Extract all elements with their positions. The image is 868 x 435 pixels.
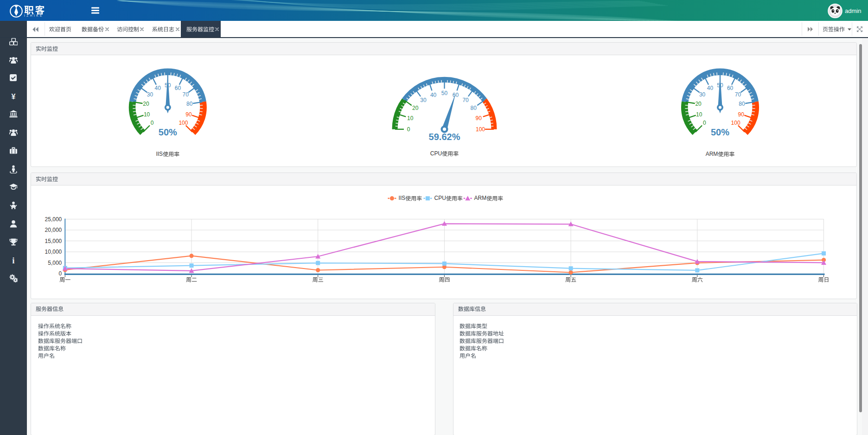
svg-text:60: 60	[175, 85, 181, 91]
svg-text:0: 0	[59, 270, 62, 277]
svg-text:100: 100	[179, 120, 188, 127]
svg-text:ARM: ARM	[706, 151, 718, 157]
svg-text:0: 0	[703, 120, 706, 127]
svg-text:30: 30	[699, 91, 706, 98]
svg-text:90: 90	[738, 111, 745, 118]
svg-text:25,000: 25,000	[45, 216, 62, 223]
svg-text:20,000: 20,000	[45, 227, 62, 233]
svg-text:20: 20	[412, 105, 419, 111]
svg-text:40: 40	[430, 92, 437, 98]
svg-text:10: 10	[696, 111, 702, 118]
svg-text:50: 50	[441, 90, 448, 97]
svg-text:70: 70	[462, 97, 469, 103]
svg-text:IIS: IIS	[399, 195, 406, 201]
svg-text:60: 60	[453, 92, 459, 98]
svg-text:70: 70	[183, 91, 189, 98]
svg-text:ARM: ARM	[474, 195, 487, 201]
svg-text:40: 40	[707, 85, 714, 91]
svg-text:50%: 50%	[159, 127, 177, 137]
svg-text:IIS: IIS	[156, 151, 163, 157]
svg-text:10: 10	[144, 111, 150, 118]
svg-text:60: 60	[727, 85, 734, 91]
svg-text:30: 30	[420, 97, 427, 103]
svg-text:10: 10	[407, 115, 414, 122]
svg-text:0: 0	[151, 120, 154, 127]
svg-text:0: 0	[407, 126, 410, 133]
svg-text:70: 70	[735, 91, 741, 98]
svg-text:90: 90	[476, 115, 482, 122]
svg-text:CPU: CPU	[430, 150, 442, 157]
svg-text:100: 100	[476, 126, 485, 133]
svg-text:¥: ¥	[12, 92, 16, 100]
svg-text:20: 20	[143, 101, 149, 108]
svg-text:80: 80	[471, 105, 477, 111]
svg-text:i: i	[12, 256, 14, 264]
svg-text:50%: 50%	[711, 127, 729, 137]
svg-text:59.62%: 59.62%	[429, 132, 460, 142]
svg-text:40: 40	[155, 85, 161, 91]
svg-text:5,000: 5,000	[48, 260, 62, 266]
svg-text:80: 80	[186, 101, 193, 108]
svg-text:CPU: CPU	[434, 195, 446, 201]
svg-text:10,000: 10,000	[45, 249, 62, 255]
svg-text:80: 80	[739, 101, 745, 108]
svg-text:90: 90	[185, 111, 192, 118]
svg-text:100: 100	[731, 120, 740, 127]
svg-text:15,000: 15,000	[45, 238, 62, 244]
svg-text:20: 20	[695, 101, 702, 108]
svg-text:30: 30	[147, 91, 153, 98]
